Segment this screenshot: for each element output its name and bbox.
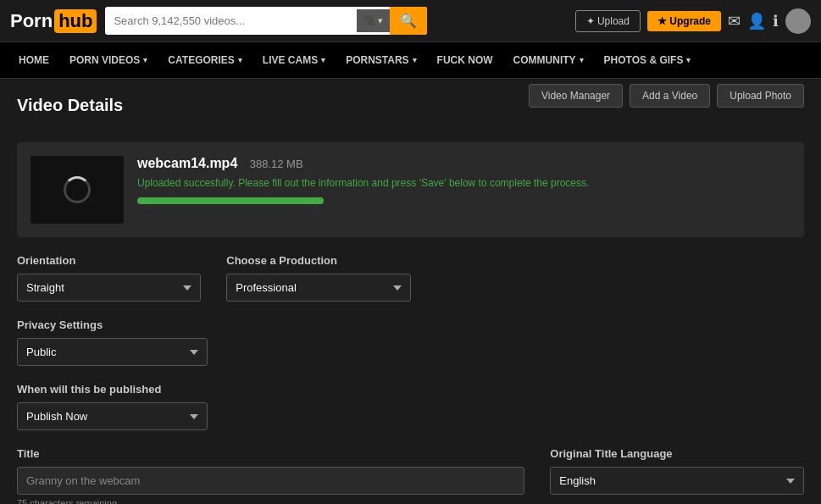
- progress-bar-fill: [137, 197, 324, 204]
- upgrade-button[interactable]: ★ Upgrade: [647, 11, 721, 31]
- top-actions: Video Manager Add a Video Upload Photo: [529, 84, 804, 108]
- loading-spinner: [64, 176, 91, 203]
- form-row-3: When will this be published Publish Now …: [17, 383, 804, 430]
- avatar[interactable]: [785, 8, 811, 34]
- header-actions: ✦ Upload ★ Upgrade ✉ 👤 ℹ: [575, 8, 811, 34]
- orientation-label: Orientation: [17, 254, 201, 267]
- nav: HOME PORN VIDEOS▾ CATEGORIES▾ LIVE CAMS▾…: [0, 42, 821, 79]
- nav-fuck-now[interactable]: FUCK NOW: [427, 42, 503, 78]
- privacy-select[interactable]: Public Private Unlisted: [17, 338, 208, 366]
- progress-bar-background: [137, 197, 324, 204]
- nav-community[interactable]: COMMUNITY▾: [503, 42, 594, 78]
- nav-categories[interactable]: CATEGORIES▾: [158, 42, 252, 78]
- pornstars-caret: ▾: [413, 56, 417, 64]
- video-manager-button[interactable]: Video Manager: [529, 84, 623, 108]
- photos-gifs-caret: ▾: [686, 56, 691, 64]
- users-icon[interactable]: 👤: [747, 12, 766, 30]
- logo-text: Porn: [10, 10, 53, 32]
- nav-photos-gifs[interactable]: PHOTOS & GIFS▾: [594, 42, 702, 78]
- main-content: Video Details Video Manager Add a Video …: [0, 79, 821, 504]
- video-size: 388.12 MB: [250, 158, 303, 170]
- language-label: Original Title Language: [550, 447, 804, 460]
- form-row-4: Title 75 characters remaining + Add a tr…: [17, 447, 804, 504]
- upload-button[interactable]: ✦ Upload: [575, 10, 641, 32]
- camera-caret: ▾: [378, 15, 383, 26]
- form-section: Orientation Straight Gay Transgender Cho…: [17, 254, 804, 504]
- language-select[interactable]: English Spanish French German Japanese: [550, 467, 804, 495]
- search-icon: 🔍: [400, 14, 417, 28]
- logo[interactable]: Pornhub: [10, 9, 97, 33]
- upload-success-message: Uploaded succesfully. Please fill out th…: [137, 176, 790, 191]
- live-cams-caret: ▾: [321, 56, 325, 64]
- form-row-2: Privacy Settings Public Private Unlisted: [17, 318, 804, 366]
- nav-porn-videos[interactable]: PORN VIDEOS▾: [59, 42, 158, 78]
- video-info: webcam14.mp4 388.12 MB Uploaded succesfu…: [137, 156, 790, 204]
- nav-live-cams[interactable]: LIVE CAMS▾: [252, 42, 336, 78]
- video-filename: webcam14.mp4: [137, 156, 237, 170]
- title-group: Title 75 characters remaining + Add a tr…: [17, 447, 524, 504]
- privacy-group: Privacy Settings Public Private Unlisted: [17, 318, 208, 366]
- production-group: Choose a Production Professional Amateur…: [226, 254, 410, 302]
- publish-label: When will this be published: [17, 383, 208, 396]
- title-label: Title: [17, 447, 524, 460]
- search-input[interactable]: [105, 8, 357, 33]
- language-group: Original Title Language English Spanish …: [550, 447, 804, 504]
- add-video-button[interactable]: Add a Video: [630, 84, 710, 108]
- video-thumbnail: [31, 156, 124, 224]
- search-button[interactable]: 🔍: [390, 7, 427, 35]
- header: Pornhub 🎥 ▾ 🔍 ✦ Upload ★ Upgrade ✉ 👤 ℹ: [0, 0, 821, 42]
- privacy-label: Privacy Settings: [17, 318, 208, 331]
- info-icon[interactable]: ℹ: [773, 12, 779, 30]
- upload-photo-button[interactable]: Upload Photo: [717, 84, 804, 108]
- categories-caret: ▾: [238, 56, 242, 64]
- orientation-group: Orientation Straight Gay Transgender: [17, 254, 201, 302]
- publish-group: When will this be published Publish Now …: [17, 383, 208, 430]
- production-label: Choose a Production: [226, 254, 410, 267]
- orientation-select[interactable]: Straight Gay Transgender: [17, 274, 201, 302]
- video-panel: webcam14.mp4 388.12 MB Uploaded succesfu…: [17, 142, 804, 237]
- nav-pornstars[interactable]: PORNSTARS▾: [336, 42, 426, 78]
- porn-videos-caret: ▾: [143, 56, 147, 64]
- nav-home[interactable]: HOME: [8, 42, 59, 78]
- form-row-1: Orientation Straight Gay Transgender Cho…: [17, 254, 804, 302]
- page-title: Video Details: [17, 96, 123, 115]
- search-bar: 🎥 ▾ 🔍: [105, 7, 427, 35]
- production-select[interactable]: Professional Amateur Studio: [226, 274, 410, 302]
- messages-icon[interactable]: ✉: [728, 12, 741, 30]
- title-input[interactable]: [17, 467, 524, 495]
- publish-select[interactable]: Publish Now Schedule: [17, 402, 208, 430]
- logo-hub: hub: [54, 9, 97, 33]
- camera-search-button[interactable]: 🎥 ▾: [357, 9, 390, 32]
- community-caret: ▾: [580, 56, 584, 64]
- char-count: 75 characters remaining: [17, 498, 524, 504]
- camera-icon: 🎥: [363, 15, 375, 26]
